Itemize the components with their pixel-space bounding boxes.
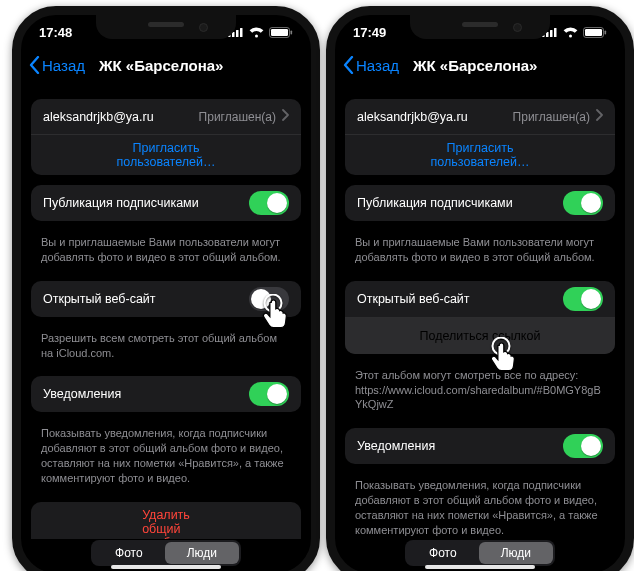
public-site-row[interactable]: Открытый веб-сайт bbox=[345, 281, 615, 318]
back-button[interactable]: Назад bbox=[29, 56, 85, 74]
public-site-row[interactable]: Открытый веб-сайт bbox=[31, 281, 301, 317]
segment-photos[interactable]: Фото bbox=[407, 542, 479, 564]
chevron-left-icon bbox=[29, 56, 40, 74]
invite-group: aleksandrjkb@ya.ru Приглашен(а) Пригласи… bbox=[31, 99, 301, 175]
invite-group: aleksandrjkb@ya.ru Приглашен(а) Пригласи… bbox=[345, 99, 615, 175]
back-label: Назад bbox=[42, 57, 85, 74]
invite-users-label: Пригласить пользователей… bbox=[117, 141, 216, 169]
share-link-button[interactable]: Поделиться ссылкой bbox=[345, 318, 615, 354]
subscriber-posting-row[interactable]: Публикация подписчиками bbox=[31, 185, 301, 221]
notifications-toggle[interactable] bbox=[563, 434, 603, 458]
clock: 17:48 bbox=[39, 25, 72, 40]
notifications-toggle[interactable] bbox=[249, 382, 289, 406]
subscriber-posting-row[interactable]: Публикация подписчиками bbox=[345, 185, 615, 221]
segment-people[interactable]: Люди bbox=[165, 542, 239, 564]
svg-rect-13 bbox=[585, 29, 602, 36]
content: aleksandrjkb@ya.ru Приглашен(а) Пригласи… bbox=[335, 85, 625, 539]
nav-title: ЖК «Барселона» bbox=[413, 57, 617, 74]
subscriber-posting-footer: Вы и приглашаемые Вами пользователи могу… bbox=[21, 231, 311, 271]
public-site-toggle[interactable] bbox=[563, 287, 603, 311]
segment-people[interactable]: Люди bbox=[479, 542, 553, 564]
svg-rect-2 bbox=[236, 30, 239, 37]
notch bbox=[96, 15, 236, 39]
invitee-status: Приглашен(а) bbox=[513, 110, 590, 124]
public-site-footer: Этот альбом могут смотреть все по адресу… bbox=[335, 364, 625, 419]
notifications-label: Уведомления bbox=[357, 439, 563, 453]
svg-rect-3 bbox=[240, 28, 243, 37]
public-site-group: Открытый веб-сайт bbox=[31, 281, 301, 317]
notifications-group: Уведомления bbox=[31, 376, 301, 412]
subscriber-posting-group: Публикация подписчиками bbox=[31, 185, 301, 221]
public-site-label: Открытый веб-сайт bbox=[357, 292, 563, 306]
share-link-label: Поделиться ссылкой bbox=[420, 329, 541, 343]
public-site-group: Открытый веб-сайт Поделиться ссылкой bbox=[345, 281, 615, 354]
wifi-icon bbox=[249, 27, 264, 38]
notifications-label: Уведомления bbox=[43, 387, 249, 401]
phone-right: 17:49 Назад ЖК «Барселона» bbox=[326, 6, 634, 571]
segment-photos[interactable]: Фото bbox=[93, 542, 165, 564]
chevron-right-icon bbox=[596, 109, 603, 124]
nav-bar: Назад ЖК «Барселона» bbox=[21, 49, 311, 81]
nav-bar: Назад ЖК «Барселона» bbox=[335, 49, 625, 81]
notch bbox=[410, 15, 550, 39]
invitee-row[interactable]: aleksandrjkb@ya.ru Приглашен(а) bbox=[345, 99, 615, 135]
invitee-email: aleksandrjkb@ya.ru bbox=[357, 110, 513, 124]
public-site-footer-link[interactable]: https://www.icloud.com/sharedalbum/#B0MG… bbox=[355, 384, 601, 411]
phone-left: 17:48 Назад ЖК «Барселона» bbox=[12, 6, 320, 571]
invite-users-label: Пригласить пользователей… bbox=[431, 141, 530, 169]
invite-users-button[interactable]: Пригласить пользователей… bbox=[31, 135, 301, 175]
wifi-icon bbox=[563, 27, 578, 38]
home-indicator[interactable] bbox=[425, 565, 535, 569]
svg-rect-11 bbox=[554, 28, 557, 37]
subscriber-posting-group: Публикация подписчиками bbox=[345, 185, 615, 221]
chevron-left-icon bbox=[343, 56, 354, 74]
notifications-footer: Показывать уведомления, когда подписчики… bbox=[335, 474, 625, 539]
subscriber-posting-toggle[interactable] bbox=[249, 191, 289, 215]
svg-rect-5 bbox=[271, 29, 288, 36]
subscriber-posting-footer: Вы и приглашаемые Вами пользователи могу… bbox=[335, 231, 625, 271]
back-label: Назад bbox=[356, 57, 399, 74]
public-site-toggle[interactable] bbox=[249, 287, 289, 311]
invitee-row[interactable]: aleksandrjkb@ya.ru Приглашен(а) bbox=[31, 99, 301, 135]
notifications-group: Уведомления bbox=[345, 428, 615, 464]
svg-rect-14 bbox=[605, 30, 607, 34]
invitee-status: Приглашен(а) bbox=[199, 110, 276, 124]
battery-icon bbox=[583, 27, 607, 38]
notifications-footer: Показывать уведомления, когда подписчики… bbox=[21, 422, 311, 491]
subscriber-posting-toggle[interactable] bbox=[563, 191, 603, 215]
home-indicator[interactable] bbox=[111, 565, 221, 569]
nav-title: ЖК «Барселона» bbox=[99, 57, 303, 74]
svg-rect-6 bbox=[291, 30, 293, 34]
chevron-right-icon bbox=[282, 109, 289, 124]
invitee-email: aleksandrjkb@ya.ru bbox=[43, 110, 199, 124]
content: aleksandrjkb@ya.ru Приглашен(а) Пригласи… bbox=[21, 85, 311, 539]
subscriber-posting-label: Публикация подписчиками bbox=[357, 196, 563, 210]
subscriber-posting-label: Публикация подписчиками bbox=[43, 196, 249, 210]
public-site-footer: Разрешить всем смотреть этот общий альбо… bbox=[21, 327, 311, 367]
clock: 17:49 bbox=[353, 25, 386, 40]
back-button[interactable]: Назад bbox=[343, 56, 399, 74]
public-site-label: Открытый веб-сайт bbox=[43, 292, 249, 306]
notifications-row[interactable]: Уведомления bbox=[345, 428, 615, 464]
public-site-footer-prefix: Этот альбом могут смотреть все по адресу… bbox=[355, 369, 578, 381]
battery-icon bbox=[269, 27, 293, 38]
invite-users-button[interactable]: Пригласить пользователей… bbox=[345, 135, 615, 175]
notifications-row[interactable]: Уведомления bbox=[31, 376, 301, 412]
svg-rect-10 bbox=[550, 30, 553, 37]
